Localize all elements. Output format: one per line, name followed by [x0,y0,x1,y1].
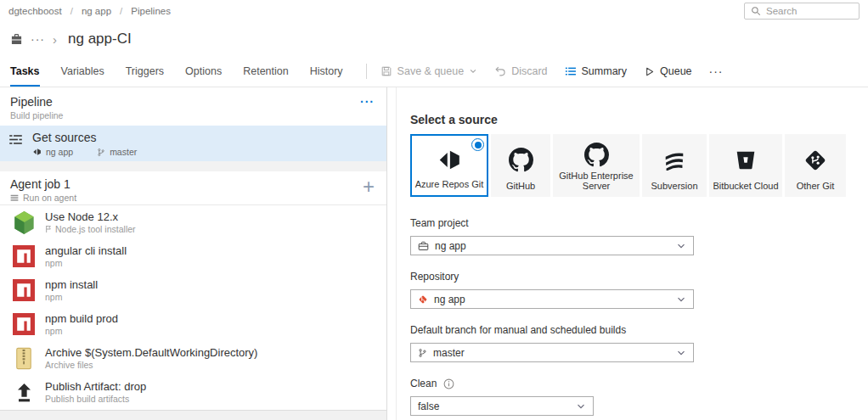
azure-repos-icon [437,136,462,179]
get-sources-repo: ng app [32,147,73,157]
task-title: Use Node 12.x [45,210,136,223]
npm-icon [12,245,36,267]
discard-undo-icon [494,65,506,77]
task-title: npm build prod [45,312,118,325]
publish-icon [12,383,36,402]
node-icon [12,210,36,235]
breadcrumb-org[interactable]: dgtechboost [8,6,62,16]
task-title: npm install [45,278,98,291]
field-team-project: Team project ng app [410,217,694,255]
breadcrumb-pipelines[interactable]: Pipelines [131,6,171,16]
save-queue-button[interactable]: Save & queue [380,65,478,77]
queue-button[interactable]: Queue [644,65,692,77]
discard-label: Discard [511,65,547,77]
toolbar-more-button[interactable]: ··· [709,64,724,78]
pipeline-subtitle: Build pipeline [10,110,63,120]
tab-retention[interactable]: Retention [243,56,289,87]
radio-selected-icon[interactable] [471,138,484,151]
pipeline-header: Pipeline Build pipeline ··· [0,87,386,126]
task-item-publish-artifact[interactable]: Publish Artifact: drop Publish build art… [0,375,386,409]
archive-icon [12,347,36,370]
summary-list-icon [565,65,577,77]
title-chevron-icon: › [53,32,57,47]
title-row: ··· › ng app-CI [0,22,868,56]
task-item-archive[interactable]: Archive $(System.DefaultWorkingDirectory… [0,341,386,375]
task-item-angular-cli-install[interactable]: angular cli install npm [0,239,386,273]
discard-button[interactable]: Discard [494,65,547,77]
field-default-branch: Default branch for manual and scheduled … [410,324,694,362]
chevron-down-icon [676,348,686,358]
info-icon[interactable] [443,378,454,389]
task-item-npm-install[interactable]: npm install npm [0,273,386,307]
agent-job-subtitle: Run on agent [10,193,76,203]
chevron-down-icon [576,401,586,412]
source-tile-subversion[interactable]: Subversion [642,134,707,197]
more-icon: ··· [709,64,724,78]
breadcrumb-project[interactable]: ng app [82,6,111,16]
source-tile-label: GitHub [504,181,538,191]
source-settings-panel: Select a source Azure Repos Git GitHub [396,87,868,420]
task-item-use-node[interactable]: Use Node 12.x Node.js tool installer [0,205,386,239]
save-icon [380,65,392,77]
search-box[interactable] [744,3,860,20]
title-more-button[interactable]: ··· [31,32,45,46]
pipeline-title: Pipeline [10,95,63,109]
default-branch-dropdown[interactable]: master [410,343,694,362]
flag-icon [45,225,52,233]
summary-label: Summary [582,65,627,77]
get-sources-icon [8,134,23,145]
tab-history[interactable]: History [310,56,343,87]
task-subtitle: npm [45,292,98,302]
chevron-down-icon [469,67,477,76]
team-project-dropdown[interactable]: ng app [410,236,694,255]
field-label: Repository [410,271,694,283]
agent-grid-icon [10,194,19,202]
search-input[interactable] [766,6,853,16]
save-queue-label: Save & queue [397,65,465,77]
get-sources-item[interactable]: Get sources ng app master [0,126,386,161]
tab-options[interactable]: Options [185,56,222,87]
source-tile-github[interactable]: GitHub [491,134,550,197]
field-repository: Repository ng app [410,271,694,309]
breadcrumb-separator: / [120,6,122,16]
panel-gutter [387,87,396,420]
queue-label: Queue [660,65,692,77]
field-label: Default branch for manual and scheduled … [410,324,694,336]
get-sources-title: Get sources [32,131,137,144]
chevron-down-icon [676,294,686,305]
tab-tasks[interactable]: Tasks [10,56,40,87]
briefcase-icon [418,241,429,251]
breadcrumb: dgtechboost / ng app / Pipelines [8,6,171,16]
task-subtitle: Archive files [45,360,257,370]
source-tile-github-enterprise[interactable]: GitHub Enterprise Server [553,134,640,197]
app-header: dgtechboost / ng app / Pipelines [0,0,868,22]
section-divider [0,161,386,171]
left-panel-scrollbar[interactable] [0,410,386,420]
search-icon [751,6,761,16]
source-tile-label: GitHub Enterprise Server [553,171,640,191]
source-tile-azure-repos-git[interactable]: Azure Repos Git [410,134,488,197]
pipeline-tasks-panel: Pipeline Build pipeline ··· Get sources … [0,87,387,420]
source-tile-label: Subversion [648,181,700,191]
pipeline-more-button[interactable]: ··· [360,95,375,126]
task-title: Publish Artifact: drop [45,380,146,393]
source-tile-bitbucket[interactable]: Bitbucket Cloud [709,134,782,197]
field-clean: Clean false [410,378,694,416]
project-icon [10,33,23,45]
source-tiles: Azure Repos Git GitHub GitHub Enterprise… [410,134,868,197]
summary-button[interactable]: Summary [565,65,627,77]
main-content: Pipeline Build pipeline ··· Get sources … [0,87,868,420]
tab-variables[interactable]: Variables [61,56,104,87]
agent-job-item[interactable]: Agent job 1 Run on agent + [0,171,386,205]
team-project-value: ng app [435,240,466,252]
tab-bar: Tasks Variables Triggers Options Retenti… [0,56,868,87]
source-tile-other-git[interactable]: Other Git [785,134,846,197]
default-branch-value: master [433,347,465,359]
queue-play-icon [644,66,655,77]
task-item-npm-build-prod[interactable]: npm build prod npm [0,307,386,341]
repository-dropdown[interactable]: ng app [410,289,694,309]
tab-triggers[interactable]: Triggers [126,56,164,87]
add-task-button[interactable]: + [363,177,375,204]
clean-dropdown[interactable]: false [410,396,594,416]
source-tile-label: Other Git [794,181,837,191]
